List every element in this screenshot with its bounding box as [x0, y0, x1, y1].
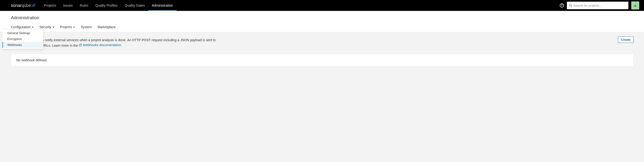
brand-part1: sonar [11, 3, 22, 8]
nav-label: Administration [152, 4, 173, 7]
nav-issues[interactable]: Issues [60, 0, 76, 11]
external-link-icon [79, 44, 82, 47]
configuration-dropdown: General Settings Encryption Webhooks [2, 29, 44, 49]
subnav-label: Projects [60, 25, 72, 29]
doc-link-label: Webhooks documentation [83, 43, 121, 48]
admin-subheader: Administration Configuration Security Pr… [0, 11, 644, 32]
subnav-label: Configuration [11, 25, 30, 29]
primary-nav: Projects Issues Rules Quality Profiles Q… [40, 0, 176, 11]
caret-down-icon [32, 27, 34, 28]
svg-line-1 [571, 6, 572, 7]
help-icon[interactable]: ? [560, 3, 564, 8]
avatar[interactable]: A [631, 2, 639, 10]
subnav-label: Marketplace [98, 25, 116, 29]
search-icon [569, 4, 572, 7]
svg-point-0 [569, 4, 571, 7]
nav-label: Projects [44, 4, 56, 7]
brand-part2: qube [22, 3, 31, 8]
search-input[interactable] [567, 2, 628, 9]
webhooks-doc-link[interactable]: Webhooks documentation [79, 43, 121, 48]
help-label: ? [561, 4, 562, 7]
nav-label: Quality Gates [125, 4, 145, 7]
nav-label: Rules [80, 4, 88, 7]
dropdown-general-settings[interactable]: General Settings [2, 30, 43, 36]
nav-projects[interactable]: Projects [40, 0, 60, 11]
create-button[interactable]: Create [618, 37, 634, 43]
subnav-label: System [81, 25, 92, 29]
top-navbar: sonarqube Projects Issues Rules Quality … [0, 0, 644, 11]
empty-state-panel: No webhook defined. [11, 54, 634, 67]
caret-down-icon [52, 27, 54, 28]
caret-down-icon [73, 27, 75, 28]
nav-quality-profiles[interactable]: Quality Profiles [92, 0, 121, 11]
admin-subnav: Configuration Security Projects System M… [11, 25, 644, 32]
nav-label: Quality Profiles [95, 4, 118, 7]
page-title: Administration [11, 15, 644, 20]
subnav-projects[interactable]: Projects [60, 25, 75, 32]
search-wrap [567, 2, 628, 9]
subnav-marketplace[interactable]: Marketplace [98, 25, 116, 32]
nav-quality-gates[interactable]: Quality Gates [121, 0, 148, 11]
brand-waves-icon [32, 3, 36, 8]
nav-rules[interactable]: Rules [76, 0, 92, 11]
subnav-system[interactable]: System [81, 25, 92, 32]
dropdown-webhooks[interactable]: Webhooks [2, 42, 43, 48]
desc-suffix: . [121, 44, 122, 47]
subnav-label: Security [39, 25, 51, 29]
empty-state-text: No webhook defined. [16, 58, 48, 62]
dropdown-encryption[interactable]: Encryption [2, 36, 43, 42]
main-content: Create Webhooks are used to notify exter… [0, 32, 644, 76]
nav-administration[interactable]: Administration [148, 0, 176, 11]
nav-label: Issues [63, 4, 73, 7]
brand-logo[interactable]: sonarqube [11, 0, 36, 11]
avatar-initial: A [634, 4, 636, 8]
